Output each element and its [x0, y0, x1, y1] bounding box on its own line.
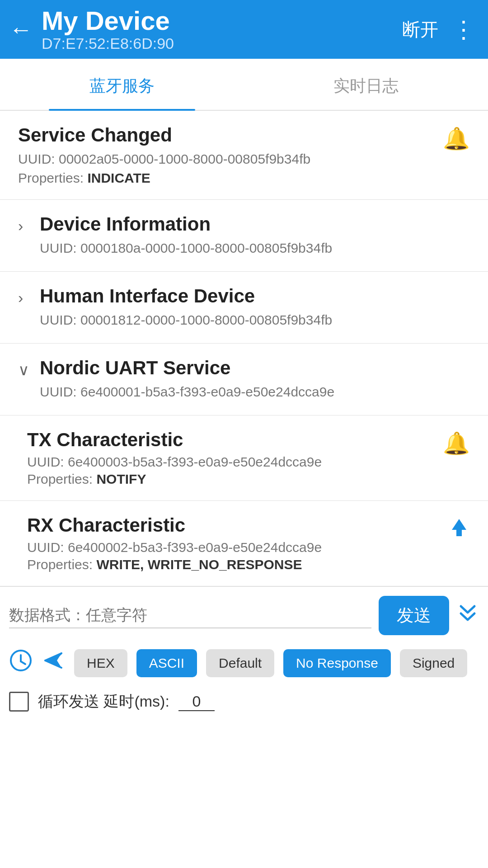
- rx-header: RX Characteristic UUID: 6e400002-b5a3-f3…: [27, 514, 470, 572]
- service-item-device-info: › Device Information UUID: 0000180a-0000…: [0, 200, 488, 272]
- tx-props: Properties: NOTIFY: [27, 472, 322, 487]
- tx-header: TX Characteristic UUID: 6e400003-b5a3-f3…: [27, 429, 470, 487]
- default-button[interactable]: Default: [206, 649, 274, 677]
- device-info-left: › Device Information UUID: 0000180a-0000…: [18, 213, 470, 258]
- svg-line-3: [21, 661, 25, 664]
- service-item-nordic-uart: ∨ Nordic UART Service UUID: 6e400001-b5a…: [0, 344, 488, 415]
- nordic-uart-block: Nordic UART Service UUID: 6e400001-b5a3-…: [40, 357, 334, 401]
- signed-button[interactable]: Signed: [400, 649, 467, 677]
- header-right: 断开 ⋮: [402, 16, 474, 43]
- rx-props: Properties: WRITE, WRITE_NO_RESPONSE: [27, 557, 322, 572]
- header: ← My Device D7:E7:52:E8:6D:90 断开 ⋮: [0, 0, 488, 59]
- hid-chevron-icon[interactable]: ›: [18, 289, 32, 307]
- hid-name: Human Interface Device: [40, 285, 332, 307]
- input-bar: 发送: [0, 586, 488, 640]
- service-item-changed: Service Changed UUID: 00002a05-0000-1000…: [0, 111, 488, 200]
- delay-input[interactable]: [178, 693, 215, 711]
- back-button[interactable]: ←: [9, 18, 33, 41]
- nordic-uart-name: Nordic UART Service: [40, 357, 334, 379]
- rx-upload-icon[interactable]: [448, 516, 470, 543]
- device-info-uuid: UUID: 0000180a-0000-1000-8000-00805f9b34…: [40, 239, 332, 258]
- device-info-name: Device Information: [40, 213, 332, 235]
- service-changed-props: Properties: INDICATE: [18, 170, 310, 186]
- device-info-header: › Device Information UUID: 0000180a-0000…: [18, 213, 470, 258]
- expand-icon[interactable]: [456, 602, 479, 629]
- send-icon[interactable]: [42, 649, 65, 678]
- bottom-toolbar: HEX ASCII Default No Response Signed: [0, 640, 488, 682]
- service-list: Service Changed UUID: 00002a05-0000-1000…: [0, 111, 488, 586]
- data-input[interactable]: [9, 603, 371, 628]
- repeat-label: 循环发送 延时(ms):: [38, 691, 169, 712]
- tab-ble-services[interactable]: 蓝牙服务: [0, 59, 244, 110]
- repeat-row: 循环发送 延时(ms):: [0, 682, 488, 726]
- svg-marker-0: [452, 519, 466, 536]
- rx-uuid: UUID: 6e400002-b5a3-f393-e0a9-e50e24dcca…: [27, 540, 322, 555]
- tx-name: TX Characteristic: [27, 429, 322, 451]
- clock-icon[interactable]: [9, 649, 33, 678]
- tab-realtime-log[interactable]: 实时日志: [244, 59, 488, 110]
- repeat-checkbox[interactable]: [9, 692, 29, 712]
- more-options-icon[interactable]: ⋮: [452, 16, 474, 43]
- header-title-block: My Device D7:E7:52:E8:6D:90: [42, 6, 174, 53]
- service-changed-uuid: UUID: 00002a05-0000-1000-8000-00805f9b34…: [18, 150, 310, 169]
- page-title: My Device: [42, 6, 174, 35]
- no-response-button[interactable]: No Response: [283, 649, 391, 677]
- rx-info: RX Characteristic UUID: 6e400002-b5a3-f3…: [27, 514, 322, 572]
- hid-left: › Human Interface Device UUID: 00001812-…: [18, 285, 470, 330]
- disconnect-button[interactable]: 断开: [402, 17, 438, 42]
- tx-info: TX Characteristic UUID: 6e400003-b5a3-f3…: [27, 429, 322, 487]
- hid-uuid: UUID: 00001812-0000-1000-8000-00805f9b34…: [40, 311, 332, 330]
- hid-block: Human Interface Device UUID: 00001812-00…: [40, 285, 332, 330]
- characteristic-tx: TX Characteristic UUID: 6e400003-b5a3-f3…: [0, 415, 488, 501]
- service-changed-bell-icon[interactable]: 🔔: [443, 126, 470, 151]
- device-info-chevron-icon[interactable]: ›: [18, 217, 32, 235]
- svg-marker-7: [45, 653, 61, 668]
- nordic-uart-left: ∨ Nordic UART Service UUID: 6e400001-b5a…: [18, 357, 470, 401]
- header-left: ← My Device D7:E7:52:E8:6D:90: [9, 6, 174, 53]
- nordic-uart-uuid: UUID: 6e400001-b5a3-f393-e0a9-e50e24dcca…: [40, 382, 334, 401]
- hid-header: › Human Interface Device UUID: 00001812-…: [18, 285, 470, 330]
- nordic-uart-chevron-icon[interactable]: ∨: [18, 361, 32, 379]
- tab-bar: 蓝牙服务 实时日志: [0, 59, 488, 111]
- tx-uuid: UUID: 6e400003-b5a3-f393-e0a9-e50e24dcca…: [27, 454, 322, 470]
- service-item-hid: › Human Interface Device UUID: 00001812-…: [0, 272, 488, 344]
- device-info-block: Device Information UUID: 0000180a-0000-1…: [40, 213, 332, 258]
- ascii-button[interactable]: ASCII: [136, 649, 197, 677]
- tx-bell-icon[interactable]: 🔔: [443, 431, 470, 456]
- characteristic-rx: RX Characteristic UUID: 6e400002-b5a3-f3…: [0, 501, 488, 586]
- service-changed-header: Service Changed UUID: 00002a05-0000-1000…: [18, 124, 470, 186]
- nordic-uart-header: ∨ Nordic UART Service UUID: 6e400001-b5a…: [18, 357, 470, 401]
- service-changed-info: Service Changed UUID: 00002a05-0000-1000…: [18, 124, 310, 186]
- service-changed-name: Service Changed: [18, 124, 310, 146]
- hex-button[interactable]: HEX: [74, 649, 127, 677]
- rx-name: RX Characteristic: [27, 514, 322, 536]
- device-address: D7:E7:52:E8:6D:90: [42, 35, 174, 52]
- send-button[interactable]: 发送: [379, 596, 449, 635]
